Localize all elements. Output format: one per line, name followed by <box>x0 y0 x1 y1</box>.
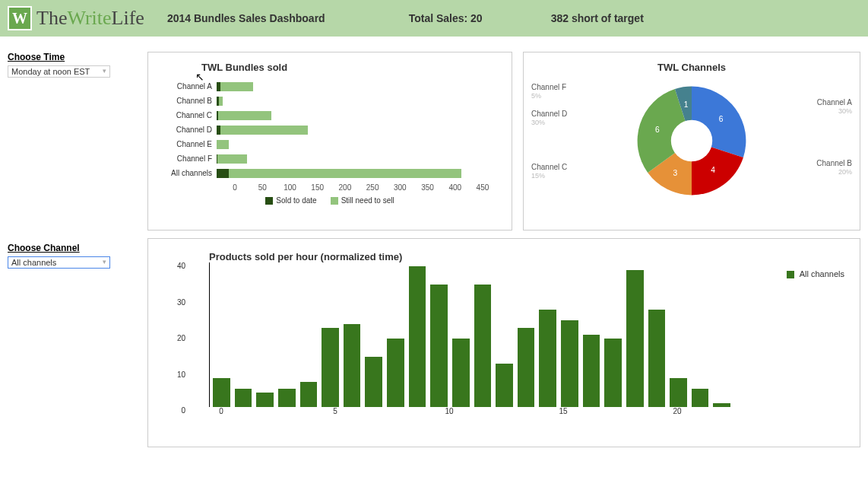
time-control-group: Choose Time Monday at noon EST <box>8 52 137 231</box>
column-chart-xaxis: 05101520 <box>209 407 730 419</box>
bar-row-track <box>217 169 496 178</box>
logo-icon: W <box>8 6 32 30</box>
bar-xtick: 50 <box>249 183 276 192</box>
target-shortfall-label: 382 short of target <box>551 12 644 24</box>
column-ytick: 10 <box>177 370 185 378</box>
legend-swatch-allchannels <box>787 271 794 278</box>
legend-label-sold: Sold to date <box>276 196 316 205</box>
channel-dropdown-value: All channels <box>11 258 56 267</box>
donut-label-f: Channel F5% <box>531 83 566 100</box>
column-bar <box>692 389 709 407</box>
legend-label-allchannels: All channels <box>800 269 844 278</box>
column-chart-plot <box>209 262 730 407</box>
brand-pre: The <box>36 7 67 29</box>
legend-swatch-sold <box>265 197 273 205</box>
legend-label-need: Still need to sell <box>341 196 394 205</box>
bar-chart-xaxis: 050100150200250300350400450 <box>221 183 496 192</box>
dashboard-title: 2014 Bundles Sales Dashboard <box>167 12 325 24</box>
brand-post: Life <box>112 7 144 29</box>
column-xtick: 5 <box>333 407 337 415</box>
donut-slice-value: 4 <box>711 166 715 174</box>
bar-row-label: All channels <box>163 169 217 177</box>
choose-time-label: Choose Time <box>8 52 137 62</box>
column-bar <box>256 393 274 407</box>
time-dropdown[interactable]: Monday at noon EST <box>8 65 110 78</box>
bar-row-label: Channel C <box>163 111 217 119</box>
column-bar <box>365 357 382 408</box>
choose-channel-label: Choose Channel <box>8 243 137 253</box>
bar-xtick: 200 <box>331 183 359 192</box>
donut-slice-value: 6 <box>719 115 724 123</box>
bar-xtick: 0 <box>221 183 249 192</box>
column-bar <box>474 285 492 408</box>
column-bar <box>235 389 252 407</box>
channels-donut-chart: TWL Channels 64361 Channel F5% Channel D… <box>523 52 860 231</box>
bar-xtick: 100 <box>276 183 303 192</box>
column-bar <box>322 328 339 408</box>
donut-slice-value: 1 <box>684 100 689 109</box>
column-bar <box>387 339 404 407</box>
channel-dropdown[interactable]: All channels <box>8 256 110 269</box>
header-bar: W TheWriteLife 2014 Bundles Sales Dashbo… <box>0 0 868 37</box>
column-bar <box>452 339 470 407</box>
column-xtick: 0 <box>219 407 223 415</box>
legend-swatch-need <box>331 197 338 205</box>
column-ytick: 30 <box>177 297 185 306</box>
bar-row-label: Channel D <box>163 126 217 134</box>
bar-seg-need <box>218 111 271 120</box>
column-bar <box>626 270 644 408</box>
column-xtick: 15 <box>559 407 567 415</box>
bar-row: Channel E <box>163 137 496 151</box>
bar-seg-need <box>229 169 461 178</box>
brand-name: TheWriteLife <box>36 7 144 30</box>
bar-xtick: 450 <box>469 183 496 192</box>
column-bar <box>648 310 666 407</box>
bar-row: Channel C <box>163 108 496 122</box>
bar-xtick: 400 <box>442 183 469 192</box>
bar-row: All channels <box>163 166 496 180</box>
bar-row: Channel B <box>163 94 496 108</box>
bar-row: Channel F <box>163 151 496 166</box>
column-ytick: 20 <box>177 334 185 342</box>
column-bar <box>604 339 622 407</box>
bar-row-label: Channel E <box>163 140 217 148</box>
donut-label-a: Channel A30% <box>817 98 852 116</box>
bar-seg-need <box>217 154 247 164</box>
total-sales-label: Total Sales: 20 <box>409 12 483 24</box>
bar-seg-need <box>219 97 223 106</box>
time-dropdown-value: Monday at noon EST <box>11 67 90 76</box>
bar-row-track <box>217 154 496 164</box>
bar-chart-legend: Sold to date Still need to sell <box>163 196 496 205</box>
bar-row-label: Channel B <box>163 97 217 105</box>
bar-seg-need <box>217 140 229 149</box>
bar-row-track <box>217 82 496 91</box>
bar-seg-need <box>220 126 308 135</box>
column-bar <box>409 266 426 407</box>
brand-accent: Write <box>67 7 111 29</box>
column-bar <box>430 285 448 408</box>
column-ytick: 0 <box>181 406 185 415</box>
column-bar <box>300 382 318 407</box>
bar-row-track <box>217 126 496 135</box>
bar-row-label: Channel F <box>163 154 217 163</box>
column-bar <box>344 324 361 407</box>
column-bar <box>561 320 578 407</box>
bar-row-track <box>217 97 496 106</box>
donut-svg: 64361 <box>627 76 756 205</box>
column-chart-title: Products sold per hour (normalized time) <box>209 251 844 262</box>
donut-label-b: Channel B20% <box>816 159 852 176</box>
svg-point-0 <box>671 120 712 161</box>
bar-seg-need <box>220 82 253 91</box>
bar-chart-title: TWL Bundles sold <box>201 62 496 73</box>
donut-chart-title: TWL Channels <box>531 62 852 73</box>
donut-slice-value: 3 <box>673 169 678 177</box>
donut-label-c: Channel C15% <box>531 163 567 180</box>
bar-xtick: 150 <box>304 183 331 192</box>
column-ytick: 40 <box>177 262 185 270</box>
bar-xtick: 350 <box>413 183 441 192</box>
column-bar <box>518 328 535 408</box>
column-bar <box>496 364 513 407</box>
column-bar <box>670 378 687 407</box>
bar-row-track <box>217 140 496 149</box>
column-chart-legend: All channels <box>787 269 844 278</box>
